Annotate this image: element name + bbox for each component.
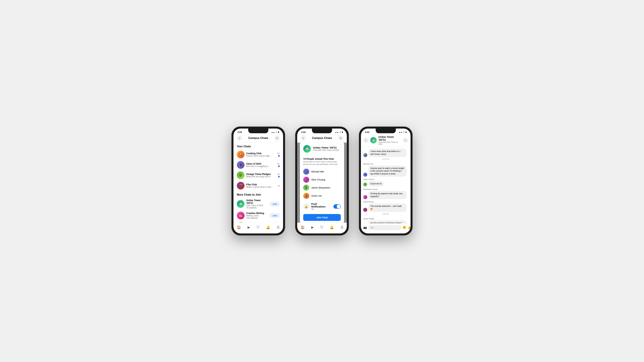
member-avatar-2: 👤 (303, 177, 309, 183)
notch-3 (376, 129, 396, 133)
modal-chat-title: Unitas Tower '20/'21 (313, 146, 339, 149)
bottom-nav-1: 🏠 ▶ ▽ 🔔 ☰ (234, 223, 283, 233)
sender-stephanie: Stephanie Garcia (363, 188, 408, 190)
status-time-2: 2:04 (301, 131, 306, 133)
wifi-icon-1: ᳃ (276, 131, 278, 133)
join-modal: 🏠 Unitas Tower '20/'21 Chat with UofL Cl… (300, 143, 344, 223)
signal-icon-2: ▲▲ (335, 131, 338, 133)
people-header: 74 People Joined This Chat (303, 158, 341, 160)
sender-austin: Austin Wright (363, 218, 408, 220)
screen-3: 2:04 ▲▲ ᳃ ▮ ‹ 🏠 Unitas Tower '20/'21 Cha… (361, 129, 410, 233)
join-info-unitas: Unitas Tower '20/'21 UofL Class of 2024 … (244, 199, 270, 209)
chat-item-class-2024[interactable]: 🎓 Class of 2024 Who else is struggling t… (234, 160, 283, 170)
join-button-creative-writing[interactable]: Join (270, 213, 280, 218)
nav-bar-2: ‹ Campus Chats + (297, 134, 347, 143)
status-icons-2: ▲▲ ᳃ ▮ (335, 131, 343, 133)
msg-bubble-michael: Anyone want to watch a movie tonight in … (368, 166, 406, 177)
msg-avatar-david: 👤 (363, 208, 367, 212)
msg-bubble-david: This sounds awesome -- can't wait! 🤩 (368, 203, 406, 212)
avatar-cooking-club: 🍳 (237, 151, 244, 158)
sender-david: David Moore (363, 201, 408, 203)
notch-1 (248, 129, 268, 133)
chat-view-info: Unitas Tower '20/'21 Chat with UofL Clas… (378, 135, 401, 145)
timestamp-1: 8:15 PM (363, 158, 408, 160)
battery-icon-2: ▮ (342, 131, 343, 133)
message-input[interactable] (368, 225, 401, 230)
screen-1: 2:04 ▲▲ ᳃ ▮ ‹ Campus Chats + Your Chat (234, 129, 283, 233)
msg-row-austin: 👤 Are the washing machines broken? Can't… (363, 220, 408, 223)
status-icons-3: ▲▲ ᳃ ▮ (399, 131, 406, 133)
nav-bell-1[interactable]: 🔔 (264, 225, 272, 230)
status-time-1: 2:04 (238, 131, 242, 133)
back-button-3[interactable]: ‹ (363, 138, 368, 143)
nav-messenger-2[interactable]: ▽ (319, 224, 325, 230)
chat-item-omega[interactable]: Ω Omega Theta Pledges What time are stud… (234, 170, 283, 180)
nav-menu-2[interactable]: ☰ (339, 225, 345, 230)
nav-bell-2[interactable]: 🔔 (328, 225, 336, 230)
join-button-unitas[interactable]: Join (270, 202, 280, 206)
add-button-1[interactable]: + (274, 135, 280, 141)
nav-menu-1[interactable]: ☰ (275, 225, 282, 230)
member-3: 👤 Jamie Sharpsteen (303, 184, 341, 192)
bottom-nav-2: 🏠 ▶ ▽ 🔔 ☰ (297, 223, 347, 233)
msg-row-michael: 👤 Anyone want to watch a movie tonight i… (363, 166, 408, 177)
modal-header: 🏠 Unitas Tower '20/'21 Chat with UofL Cl… (303, 145, 341, 155)
join-item-open-mic: 🎤 Open Mic Night Comedy Club 120 student… (234, 221, 283, 223)
member-4: 👤 Susie Lee (303, 192, 341, 200)
chat-item-cooking-club[interactable]: 🍳 Cooking Club Anyone have a good vege..… (234, 149, 283, 160)
sender-dylan: Dylan Jensen (363, 178, 408, 180)
message-input-bar: 📷 🙂 👍 (361, 223, 410, 233)
phone-3: 2:04 ▲▲ ᳃ ▮ ‹ 🏠 Unitas Tower '20/'21 Cha… (359, 126, 412, 236)
unread-dot-omega (278, 176, 280, 177)
nav-home-2[interactable]: 🏠 (299, 225, 306, 230)
modal-title-block: Unitas Tower '20/'21 Chat with UofL Clas… (313, 146, 339, 151)
phone2-body: Your Chats 🍳 Cooking Club Anyone have a … (297, 143, 347, 223)
nav-title-1: Campus Chats (248, 136, 268, 140)
join-chat-button[interactable]: Join Chat (303, 214, 341, 221)
chat-info-cooking-club: Cooking Club Anyone have a good vege... (244, 152, 277, 157)
camera-button[interactable]: 📷 (363, 225, 367, 230)
member-avatar-4: 👤 (303, 193, 309, 199)
chat-meta-film-club: 2d (278, 185, 280, 187)
chat-info-omega: Omega Theta Pledges What time are study … (244, 173, 278, 178)
msg-avatar-1: 👤 (363, 153, 367, 157)
member-avatar-1: 👤 (303, 169, 309, 175)
notif-text: Push Notifications On (311, 203, 332, 210)
toggle-knob (337, 205, 340, 208)
wifi-icon-2: ᳃ (339, 131, 341, 133)
add-button-2[interactable]: + (338, 135, 344, 141)
member-avatar-3: 👤 (303, 185, 309, 191)
messages-area: 👤 I have never done that before so I don… (361, 147, 410, 223)
modal-avatar: 🏠 (303, 145, 311, 153)
push-notif-toggle[interactable] (334, 204, 341, 209)
nav-messenger-1[interactable]: ▽ (255, 224, 261, 230)
msg-bubble-austin: Are the washing machines broken? Can't s… (368, 220, 406, 223)
emoji-button[interactable]: 🙂 (402, 225, 406, 230)
unread-dot-cooking-club (278, 155, 280, 157)
chat-item-film-club[interactable]: 🎬 Film Club What's a good movie to wat..… (234, 180, 283, 191)
notif-row: 🔔 Push Notifications On (303, 201, 341, 212)
nav-home-1[interactable]: 🏠 (235, 225, 243, 230)
avatar-omega: Ω (237, 171, 244, 179)
back-button-2[interactable]: ‹ (300, 135, 306, 141)
avatar-creative-writing: ✍️ (237, 212, 244, 219)
more-chats-label-1: More Chats to Join (234, 191, 283, 198)
avatar-film-club: 🎬 (237, 182, 244, 190)
status-icons-1: ▲▲ ᳃ ▮ (271, 131, 279, 133)
msg-avatar-stephanie: 👤 (363, 195, 367, 199)
wifi-icon-3: ᳃ (403, 131, 405, 133)
nav-video-1[interactable]: ▶ (246, 225, 252, 230)
back-button-1[interactable]: ‹ (237, 135, 242, 141)
chat-view-nav: ‹ 🏠 Unitas Tower '20/'21 Chat with UofL … (361, 134, 410, 147)
avatar-class-2024: 🎓 (237, 161, 244, 169)
bell-icon: 🔔 (303, 203, 309, 210)
people-sub: All members of UofL Class of 2024 (open … (303, 161, 341, 166)
chat-meta-class-2024: 5m (277, 163, 280, 167)
nav-video-2[interactable]: ▶ (310, 225, 316, 230)
msg-bubble-dylan: Count me in! (368, 181, 384, 187)
notch-2 (312, 129, 332, 133)
unread-dot-class-2024 (278, 165, 280, 167)
msg-bubble-stephanie: I'll bring the popcorn and candy. Any re… (368, 191, 406, 199)
more-options-button[interactable]: ··· (403, 138, 408, 143)
like-button[interactable]: 👍 (408, 225, 410, 230)
